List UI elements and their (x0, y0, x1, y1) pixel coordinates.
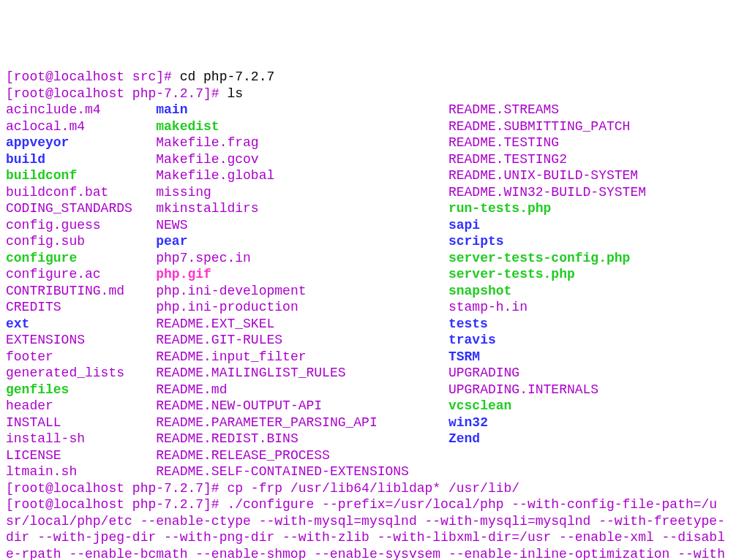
command-text: cd php-7.2.7 (172, 69, 274, 84)
command-text: cp -frp /usr/lib64/libldap* /usr/lib/ (219, 481, 519, 496)
prompt: [root@localhost src]# (6, 69, 172, 84)
file-entry: README.STREAMS (448, 102, 559, 117)
file-entry: php.gif (156, 267, 211, 281)
file-entry: missing (156, 185, 211, 200)
file-entry: configure.ac (6, 267, 101, 281)
file-entry: tests (448, 317, 488, 331)
file-entry: INSTALL (6, 415, 61, 430)
file-entry: README.PARAMETER_PARSING_API (156, 415, 377, 430)
file-entry: footer (6, 349, 53, 364)
prompt: [root@localhost php-7.2.7]# (6, 86, 219, 101)
file-entry: UPGRADING (448, 366, 519, 380)
file-entry: README.NEW-OUTPUT-API (156, 398, 322, 413)
file-entry: acinclude.m4 (6, 102, 101, 117)
command-text: ls (219, 86, 243, 101)
file-entry: main (156, 102, 187, 117)
file-entry: LICENSE (6, 448, 61, 463)
file-entry: config.guess (6, 218, 101, 232)
file-entry: README.input_filter (156, 349, 306, 364)
file-entry: header (6, 398, 53, 413)
file-entry: README.REDIST.BINS (156, 431, 298, 446)
file-entry: install-sh (6, 431, 85, 446)
file-entry: stamp-h.in (448, 300, 528, 314)
file-entry: buildconf.bat (6, 185, 108, 200)
file-entry: UPGRADING.INTERNALS (448, 382, 598, 397)
file-entry: php.ini-development (156, 284, 306, 298)
file-entry: appveyor (6, 135, 69, 150)
file-entry: README.EXT_SKEL (156, 317, 274, 331)
file-entry: run-tests.php (448, 201, 551, 216)
command-text: ./configure --prefix=/usr/local/php --wi… (219, 497, 718, 512)
file-entry: snapshot (448, 284, 511, 298)
file-entry: README.MAILINGLIST_RULES (156, 366, 345, 380)
file-entry: genfiles (6, 382, 69, 397)
file-entry: Makefile.frag (156, 135, 258, 150)
file-entry: vcsclean (448, 398, 511, 413)
file-entry: build (6, 152, 45, 167)
file-entry: Zend (448, 431, 480, 446)
file-entry: php.ini-production (156, 300, 298, 314)
file-entry: win32 (448, 415, 488, 430)
file-entry: mkinstalldirs (156, 201, 258, 216)
terminal-output[interactable]: [root@localhost src]# cd php-7.2.7 [root… (6, 69, 741, 560)
file-entry: pear (156, 234, 187, 249)
file-entry: CONTRIBUTING.md (6, 284, 124, 298)
file-entry: configure (6, 251, 77, 265)
file-entry: server-tests.php (448, 267, 575, 281)
file-entry: README.UNIX-BUILD-SYSTEM (448, 168, 638, 183)
file-entry: NEWS (156, 218, 187, 232)
file-entry: README.RELEASE_PROCESS (156, 448, 330, 463)
file-entry: aclocal.m4 (6, 119, 85, 134)
file-entry: scripts (448, 234, 504, 249)
file-entry: server-tests-config.php (448, 251, 630, 265)
file-entry: Makefile.global (156, 168, 274, 183)
file-entry: README.TESTING (448, 135, 559, 150)
file-entry: ext (6, 317, 29, 331)
file-entry: README.TESTING2 (448, 152, 567, 167)
file-entry: sapi (448, 218, 480, 232)
prompt: [root@localhost php-7.2.7]# (6, 497, 219, 512)
file-entry: README.md (156, 382, 227, 397)
prompt: [root@localhost php-7.2.7]# (6, 481, 219, 496)
file-entry: EXTENSIONS (6, 333, 85, 347)
file-entry: buildconf (6, 168, 77, 183)
file-entry: README.WIN32-BUILD-SYSTEM (448, 185, 646, 200)
command-text: sr/local/php/etc --enable-ctype --with-m… (6, 514, 725, 529)
file-entry: ltmain.sh (6, 464, 77, 479)
file-entry: CREDITS (6, 300, 61, 314)
file-entry: CODING_STANDARDS (6, 201, 132, 216)
file-entry: config.sub (6, 234, 85, 249)
file-entry: README.GIT-RULES (156, 333, 282, 347)
file-entry: travis (448, 333, 496, 347)
command-text: dir --with-jpeg-dir --with-png-dir --wit… (6, 530, 725, 545)
command-text: e-rpath --enable-bcmath --enable-shmop -… (6, 547, 725, 561)
file-entry: makedist (156, 119, 219, 134)
file-entry: generated_lists (6, 366, 124, 380)
file-entry: Makefile.gcov (156, 152, 258, 167)
file-entry: TSRM (448, 349, 480, 364)
file-entry: README.SELF-CONTAINED-EXTENSIONS (156, 464, 409, 479)
file-entry: php7.spec.in (156, 251, 251, 265)
file-entry: README.SUBMITTING_PATCH (448, 119, 630, 134)
